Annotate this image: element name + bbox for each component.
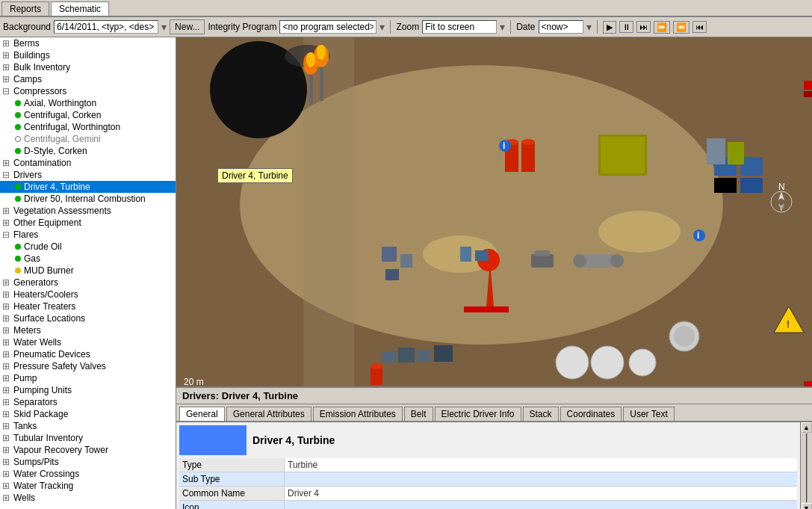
sidebar-item-water-crossings[interactable]: ⊞ Water Crossings [0, 468, 176, 480]
expand-icon-pneumatic: ⊞ [0, 349, 12, 360]
sidebar-item-centrifugal-worthington[interactable]: Centrifugal, Worthington [0, 121, 176, 133]
zoom-input[interactable] [422, 20, 497, 34]
prop-value-type: Turbine [284, 458, 797, 472]
skip-next-button[interactable]: ⏩ [654, 21, 670, 34]
panel-tab-electric-driver-info[interactable]: Electric Driver Info [435, 407, 521, 421]
panel-title: Drivers: Driver 4, Turbine [176, 388, 812, 404]
sidebar-item-heater-treaters[interactable]: ⊞ Heater Treaters [0, 300, 176, 312]
panel-scrollbar[interactable]: ▲ ▼ [800, 422, 812, 509]
dot-driver4 [15, 184, 21, 190]
background-input[interactable] [54, 20, 158, 34]
integrity-dropdown-icon[interactable]: ▾ [379, 21, 385, 33]
bottom-panel: Drivers: Driver 4, Turbine General Gener… [176, 386, 812, 509]
expand-icon-heaters-coolers: ⊞ [0, 289, 12, 300]
sidebar-item-generators[interactable]: ⊞ Generators [0, 277, 176, 289]
dot-mud-burner [15, 268, 21, 274]
sidebar-item-water-tracking[interactable]: ⊞ Water Tracking [0, 480, 176, 492]
sidebar-item-other-equipment[interactable]: ⊞ Other Equipment [0, 217, 176, 229]
sidebar-item-psv[interactable]: ⊞ Pressure Safety Valves [0, 360, 176, 372]
sidebar-item-driver4[interactable]: Driver 4, Turbine [0, 181, 176, 193]
sidebar-item-contamination[interactable]: ⊞ Contamination [0, 157, 176, 169]
panel-tab-general[interactable]: General [179, 407, 225, 421]
prop-label-common-name: Common Name [179, 487, 284, 501]
sidebar-item-vegetation[interactable]: ⊞ Vegetation Assessments [0, 205, 176, 217]
pause-button[interactable]: ⏸ [619, 21, 633, 33]
sidebar-item-skid[interactable]: ⊞ Skid Package [0, 408, 176, 420]
svg-rect-14 [521, 142, 535, 172]
sidebar-item-buildings[interactable]: ⊞ Buildings [0, 49, 176, 61]
scroll-up-button[interactable]: ▲ [802, 422, 812, 433]
sidebar-item-pump[interactable]: ⊞ Pump [0, 372, 176, 384]
sidebar-item-heaters-coolers[interactable]: ⊞ Heaters/Coolers [0, 289, 176, 300]
zoom-dropdown-icon[interactable]: ▾ [500, 21, 505, 33]
sidebar-item-separators[interactable]: ⊞ Separators [0, 396, 176, 408]
expand-icon-drivers: ⊟ [0, 170, 12, 180]
skip-prev-button[interactable]: ⏪ [673, 21, 689, 34]
label-pump: Pump [12, 373, 37, 383]
sidebar-item-pumping-units[interactable]: ⊞ Pumping Units [0, 384, 176, 396]
sidebar-item-surface-locations[interactable]: ⊞ Surface Locations [0, 312, 176, 324]
scroll-down-button[interactable]: ▼ [802, 503, 812, 509]
dot-centrifugal-corken [15, 112, 21, 118]
expand-icon-vegetation: ⊞ [0, 206, 12, 216]
sidebar-item-crude-oil[interactable]: Crude Oil [0, 241, 176, 253]
sidebar-item-camps[interactable]: ⊞ Camps [0, 73, 176, 85]
new-button[interactable]: New... [170, 19, 205, 34]
sidebar: ⊞ Berms ⊞ Buildings ⊞ Bulk Inventory ⊞ C… [0, 37, 176, 509]
sidebar-item-tubular[interactable]: ⊞ Tubular Inventory [0, 432, 176, 444]
sidebar-item-berms[interactable]: ⊞ Berms [0, 37, 176, 49]
background-dropdown-icon[interactable]: ▾ [161, 21, 167, 33]
panel-tab-stack[interactable]: Stack [523, 407, 559, 421]
tab-reports[interactable]: Reports [1, 1, 49, 16]
play-button[interactable]: ▶ [603, 21, 616, 34]
label-pumping-units: Pumping Units [12, 385, 72, 395]
sidebar-item-centrifugal-corken[interactable]: Centrifugal, Corken [0, 109, 176, 121]
dot-driver50 [15, 196, 21, 202]
sidebar-item-meters[interactable]: ⊞ Meters [0, 324, 176, 336]
sidebar-item-driver50[interactable]: Driver 50, Internal Combustion [0, 193, 176, 205]
sidebar-item-dstyle-corken[interactable]: D-Style, Corken [0, 145, 176, 157]
sidebar-item-water-wells[interactable]: ⊞ Water Wells [0, 336, 176, 348]
panel-tab-user-text[interactable]: User Text [623, 407, 674, 421]
integrity-input[interactable] [279, 20, 376, 34]
sidebar-item-drivers[interactable]: ⊟ Drivers [0, 169, 176, 181]
driver-display-name: Driver 4, Turbine [252, 434, 335, 446]
panel-tab-coordinates[interactable]: Coordinates [560, 407, 622, 421]
sidebar-item-bulk-inventory[interactable]: ⊞ Bulk Inventory [0, 61, 176, 73]
date-dropdown-icon[interactable]: ▾ [586, 21, 592, 33]
panel-general-content: Driver 4, Turbine Type Turbine Sub Type … [176, 422, 800, 509]
expand-icon-generators: ⊞ [0, 277, 12, 288]
sidebar-item-centrifugal-gemini[interactable]: Centrifugal, Gemini [0, 133, 176, 145]
label-centrifugal-corken: Centrifugal, Corken [21, 110, 101, 120]
sidebar-item-tanks[interactable]: ⊞ Tanks [0, 420, 176, 432]
expand-icon-psv: ⊞ [0, 361, 12, 371]
label-centrifugal-gemini: Centrifugal, Gemini [21, 134, 101, 144]
map-svg: N [176, 37, 812, 386]
panel-tab-general-attributes[interactable]: General Attributes [226, 407, 312, 421]
panel-tab-emission-attributes[interactable]: Emission Attributes [313, 407, 403, 421]
expand-icon-vapour: ⊞ [0, 445, 12, 455]
label-separators: Separators [12, 397, 58, 407]
sidebar-item-mud-burner[interactable]: MUD Burner [0, 265, 176, 277]
sidebar-item-gas[interactable]: Gas [0, 253, 176, 265]
sidebar-item-flares[interactable]: ⊟ Flares [0, 229, 176, 241]
expand-icon-surface-locations: ⊞ [0, 313, 12, 324]
skip-start-button[interactable]: ⏮ [692, 21, 707, 33]
sidebar-item-vapour[interactable]: ⊞ Vapour Recovery Tower [0, 444, 176, 456]
svg-point-62 [610, 254, 624, 268]
skip-end-button[interactable]: ⏭ [636, 21, 651, 33]
date-input[interactable] [539, 20, 583, 34]
zoom-label: Zoom [396, 22, 419, 32]
sidebar-item-compressors[interactable]: ⊟ Compressors [0, 85, 176, 97]
sidebar-item-pneumatic[interactable]: ⊞ Pneumatic Devices [0, 348, 176, 360]
tab-schematic[interactable]: Schematic [51, 1, 109, 16]
sidebar-item-wells[interactable]: ⊞ Wells [0, 492, 176, 504]
sidebar-item-sumps[interactable]: ⊞ Sumps/Pits [0, 456, 176, 468]
expand-icon-contamination: ⊞ [0, 158, 12, 168]
prop-value-icon [284, 501, 797, 509]
panel-tab-belt[interactable]: Belt [404, 407, 433, 421]
schematic-map[interactable]: N [176, 37, 812, 386]
svg-rect-18 [601, 137, 645, 173]
sidebar-item-axial[interactable]: Axial, Worthington [0, 97, 176, 109]
scroll-thumb[interactable] [806, 434, 808, 502]
